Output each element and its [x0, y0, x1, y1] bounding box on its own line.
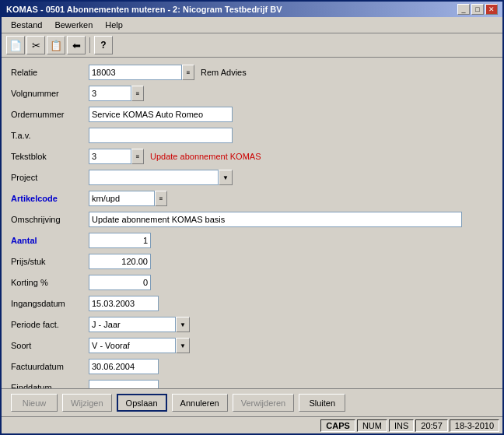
row-artikelcode: Artikelcode ≡ — [11, 190, 493, 207]
input-einddatum[interactable] — [89, 380, 159, 388]
btn-artikelcode[interactable]: ≡ — [155, 191, 167, 206]
input-project[interactable] — [89, 170, 219, 185]
label-factuurdatum: Factuurdatum — [11, 362, 89, 371]
main-window: KOMAS - 0501 Abonnementen muteren - 2: N… — [0, 0, 504, 435]
opslaan-button[interactable]: Opslaan — [117, 394, 167, 412]
status-date: 18-3-2010 — [450, 419, 499, 432]
window-title: KOMAS - 0501 Abonnementen muteren - 2: N… — [6, 5, 282, 14]
input-soort[interactable] — [89, 338, 176, 353]
select-group-soort: ▼ — [89, 338, 190, 353]
label-omschrijving: Omschrijving — [11, 215, 89, 224]
input-korting[interactable] — [89, 275, 151, 290]
label-relatie: Relatie — [11, 68, 89, 77]
cut-icon[interactable]: ✂ — [26, 36, 45, 54]
label-artikelcode: Artikelcode — [11, 194, 89, 203]
title-bar: KOMAS - 0501 Abonnementen muteren - 2: N… — [2, 2, 502, 17]
side-text-tekstblok: Update abonnement KOMAS — [150, 152, 261, 161]
input-group-relatie: ≡ — [89, 65, 194, 80]
maximize-button[interactable]: □ — [471, 4, 484, 15]
paste-icon[interactable]: ⬅ — [67, 36, 86, 54]
row-korting: Korting % — [11, 274, 493, 291]
label-volgnummer: Volgnummer — [11, 89, 89, 98]
btn-tekstblok[interactable]: ≡ — [131, 149, 144, 164]
row-project: Project ▼ — [11, 169, 493, 186]
row-volgnummer: Volgnummer ≡ — [11, 85, 493, 102]
label-tav: T.a.v. — [11, 131, 89, 140]
input-artikelcode[interactable] — [89, 191, 155, 206]
input-tekstblok[interactable] — [89, 149, 131, 164]
title-bar-buttons: _ □ ✕ — [457, 4, 498, 15]
status-ins: INS — [389, 419, 414, 432]
label-ingangsdatum: Ingangsdatum — [11, 299, 89, 308]
input-factuurdatum[interactable] — [89, 359, 159, 374]
status-caps: CAPS — [320, 419, 355, 432]
row-factuurdatum: Factuurdatum — [11, 358, 493, 375]
row-aantal: Aantal — [11, 232, 493, 249]
menu-bestand[interactable]: Bestand — [5, 19, 48, 31]
input-prijs[interactable] — [89, 254, 151, 269]
dropdown-periode[interactable]: ▼ — [176, 317, 190, 332]
select-group-periode: ▼ — [89, 317, 190, 332]
label-ordernummer: Ordernummer — [11, 110, 89, 119]
copy-icon[interactable]: 📋 — [47, 36, 65, 54]
button-row: Nieuw Wijzigen Opslaan Annuleren Verwijd… — [2, 388, 502, 416]
annuleren-button[interactable]: Annuleren — [172, 394, 228, 412]
select-group-project: ▼ — [89, 170, 233, 185]
input-aantal[interactable] — [89, 233, 151, 248]
btn-relatie[interactable]: ≡ — [182, 65, 194, 80]
menu-bewerken[interactable]: Bewerken — [48, 19, 99, 31]
row-prijs: Prijs/stuk — [11, 253, 493, 270]
row-omschrijving: Omschrijving — [11, 211, 493, 228]
menu-help[interactable]: Help — [99, 19, 129, 31]
status-bar: CAPS NUM INS 20:57 18-3-2010 — [2, 416, 502, 433]
btn-volgnummer[interactable]: ≡ — [131, 86, 144, 101]
input-periode[interactable] — [89, 317, 176, 332]
form-content: Relatie ≡ Rem Advies Volgnummer ≡ Ordern… — [2, 58, 502, 388]
minimize-button[interactable]: _ — [457, 4, 470, 15]
input-ordernummer[interactable] — [89, 107, 233, 122]
dropdown-project[interactable]: ▼ — [219, 170, 233, 185]
row-relatie: Relatie ≡ Rem Advies — [11, 64, 493, 81]
label-prijs: Prijs/stuk — [11, 257, 89, 266]
label-tekstblok: Tekstblok — [11, 152, 89, 161]
label-project: Project — [11, 173, 89, 182]
row-einddatum: Einddatum — [11, 379, 493, 388]
help-icon[interactable]: ? — [94, 36, 113, 54]
row-soort: Soort ▼ — [11, 337, 493, 354]
label-periode: Periode fact. — [11, 320, 89, 329]
input-omschrijving[interactable] — [89, 212, 462, 227]
row-tekstblok: Tekstblok ≡ Update abonnement KOMAS — [11, 148, 493, 165]
sluiten-button[interactable]: Sluiten — [299, 394, 345, 412]
input-tav[interactable] — [89, 128, 233, 143]
row-ordernummer: Ordernummer — [11, 106, 493, 123]
input-relatie[interactable] — [89, 65, 182, 80]
row-ingangsdatum: Ingangsdatum — [11, 295, 493, 312]
menu-bar: Bestand Bewerken Help — [2, 17, 502, 33]
toolbar: 📄 ✂ 📋 ⬅ ? — [2, 33, 502, 58]
input-group-artikelcode: ≡ — [89, 191, 167, 206]
status-num: NUM — [357, 419, 387, 432]
verwijderen-button[interactable]: Verwijderen — [233, 394, 294, 412]
row-periode: Periode fact. ▼ — [11, 316, 493, 333]
input-ingangsdatum[interactable] — [89, 296, 159, 311]
input-group-volgnummer: ≡ — [89, 86, 144, 101]
label-einddatum: Einddatum — [11, 383, 89, 388]
label-aantal: Aantal — [11, 236, 89, 245]
close-button[interactable]: ✕ — [485, 4, 498, 15]
status-time: 20:57 — [415, 419, 448, 432]
new-icon[interactable]: 📄 — [6, 36, 25, 54]
row-tav: T.a.v. — [11, 127, 493, 144]
label-soort: Soort — [11, 341, 89, 350]
wijzigen-button[interactable]: Wijzigen — [62, 394, 112, 412]
dropdown-soort[interactable]: ▼ — [176, 338, 190, 353]
nieuw-button[interactable]: Nieuw — [11, 394, 58, 412]
label-korting: Korting % — [11, 278, 89, 287]
side-text-relatie: Rem Advies — [201, 68, 247, 77]
input-volgnummer[interactable] — [89, 86, 131, 101]
input-group-tekstblok: ≡ — [89, 149, 144, 164]
toolbar-separator — [89, 37, 90, 53]
